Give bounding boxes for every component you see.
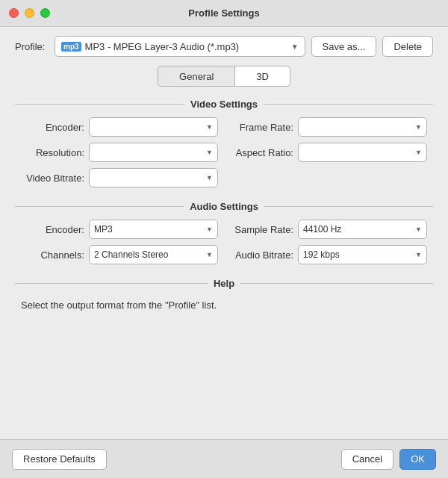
channels-row: Channels: 2 Channels Stereo ▼ xyxy=(21,245,218,264)
sample-rate-value: 44100 Hz xyxy=(303,224,415,235)
title-bar: Profile Settings xyxy=(0,0,448,27)
tab-3d[interactable]: 3D xyxy=(235,66,290,87)
aspect-ratio-row: Aspect Ratio: ▼ xyxy=(230,143,427,162)
profile-selected-value: MP3 - MPEG Layer-3 Audio (*.mp3) xyxy=(85,41,240,52)
audio-bitrate-label: Audio Bitrate: xyxy=(230,249,293,261)
audio-settings-grid: Encoder: MP3 ▼ Sample Rate: 44100 Hz ▼ C… xyxy=(15,220,433,264)
help-section: Help Select the output format from the "… xyxy=(15,278,433,314)
chevron-down-icon: ▼ xyxy=(206,174,213,181)
sample-rate-row: Sample Rate: 44100 Hz ▼ xyxy=(230,220,427,239)
encoder-label: Encoder: xyxy=(21,122,84,133)
maximize-button[interactable] xyxy=(40,8,50,18)
audio-settings-title: Audio Settings xyxy=(190,201,258,212)
header-line-right xyxy=(264,206,433,207)
audio-settings-header: Audio Settings xyxy=(15,201,433,212)
chevron-down-icon: ▼ xyxy=(206,149,213,156)
tab-bar: General 3D xyxy=(15,66,433,87)
audio-settings-section: Audio Settings Encoder: MP3 ▼ Sample Rat… xyxy=(15,201,433,264)
channels-value: 2 Channels Stereo xyxy=(94,249,206,260)
header-line-right xyxy=(240,283,433,284)
chevron-down-icon: ▼ xyxy=(415,123,422,131)
resolution-label: Resolution: xyxy=(21,147,84,158)
frame-rate-row: Frame Rate: ▼ xyxy=(230,117,427,137)
video-bitrate-row: Video Bitrate: ▼ xyxy=(21,168,218,187)
header-line-right xyxy=(264,104,433,105)
help-text: Select the output format from the "Profi… xyxy=(15,297,433,314)
traffic-lights xyxy=(9,8,50,18)
audio-bitrate-dropdown[interactable]: 192 kbps ▼ xyxy=(298,245,427,264)
video-settings-grid: Encoder: ▼ Frame Rate: ▼ Resolution: ▼ xyxy=(15,117,433,187)
minimize-button[interactable] xyxy=(25,8,34,18)
delete-button[interactable]: Delete xyxy=(382,36,433,57)
video-settings-title: Video Settings xyxy=(190,99,258,110)
video-settings-section: Video Settings Encoder: ▼ Frame Rate: ▼ xyxy=(15,99,433,187)
chevron-down-icon: ▼ xyxy=(206,251,213,258)
sample-rate-dropdown[interactable]: 44100 Hz ▼ xyxy=(298,220,427,239)
save-as-button[interactable]: Save as... xyxy=(311,36,377,57)
close-button[interactable] xyxy=(9,8,19,18)
bottom-right-buttons: Cancel OK xyxy=(341,449,436,470)
audio-bitrate-row: Audio Bitrate: 192 kbps ▼ xyxy=(230,245,427,264)
resolution-dropdown[interactable]: ▼ xyxy=(89,143,218,162)
help-title: Help xyxy=(214,278,234,289)
aspect-ratio-label: Aspect Ratio: xyxy=(230,147,293,158)
header-line-left xyxy=(15,206,184,207)
audio-encoder-label: Encoder: xyxy=(21,224,84,235)
audio-encoder-value: MP3 xyxy=(94,224,206,235)
audio-encoder-row: Encoder: MP3 ▼ xyxy=(21,220,218,239)
help-header: Help xyxy=(15,278,433,289)
window-title: Profile Settings xyxy=(188,7,259,19)
chevron-down-icon: ▼ xyxy=(415,251,422,258)
main-content: Profile: mp3 MP3 - MPEG Layer-3 Audio (*… xyxy=(0,27,448,335)
profile-dropdown[interactable]: mp3 MP3 - MPEG Layer-3 Audio (*.mp3) ▼ xyxy=(55,36,305,57)
aspect-ratio-dropdown[interactable]: ▼ xyxy=(298,143,427,162)
tab-general[interactable]: General xyxy=(158,66,235,87)
video-settings-header: Video Settings xyxy=(15,99,433,110)
frame-rate-dropdown[interactable]: ▼ xyxy=(298,117,427,137)
chevron-down-icon: ▼ xyxy=(206,123,213,131)
profile-row: Profile: mp3 MP3 - MPEG Layer-3 Audio (*… xyxy=(15,36,433,57)
mp3-icon: mp3 xyxy=(61,42,81,52)
video-bitrate-dropdown[interactable]: ▼ xyxy=(89,168,218,187)
encoder-row: Encoder: ▼ xyxy=(21,117,218,137)
encoder-dropdown[interactable]: ▼ xyxy=(89,117,218,137)
audio-encoder-dropdown[interactable]: MP3 ▼ xyxy=(89,220,218,239)
sample-rate-label: Sample Rate: xyxy=(230,224,293,235)
channels-label: Channels: xyxy=(21,249,84,261)
resolution-row: Resolution: ▼ xyxy=(21,143,218,162)
restore-defaults-button[interactable]: Restore Defaults xyxy=(12,449,107,470)
chevron-down-icon: ▼ xyxy=(206,226,213,233)
frame-rate-label: Frame Rate: xyxy=(230,122,293,133)
video-bitrate-label: Video Bitrate: xyxy=(21,173,84,184)
chevron-down-icon: ▼ xyxy=(291,43,299,51)
header-line-left xyxy=(15,104,184,105)
chevron-down-icon: ▼ xyxy=(415,226,422,233)
profile-label: Profile: xyxy=(15,41,49,52)
chevron-down-icon: ▼ xyxy=(415,149,422,156)
channels-dropdown[interactable]: 2 Channels Stereo ▼ xyxy=(89,245,218,264)
header-line-left xyxy=(15,283,208,284)
cancel-button[interactable]: Cancel xyxy=(341,449,393,470)
audio-bitrate-value: 192 kbps xyxy=(303,249,415,260)
ok-button[interactable]: OK xyxy=(399,449,436,470)
bottom-bar: Restore Defaults Cancel OK xyxy=(0,439,448,478)
